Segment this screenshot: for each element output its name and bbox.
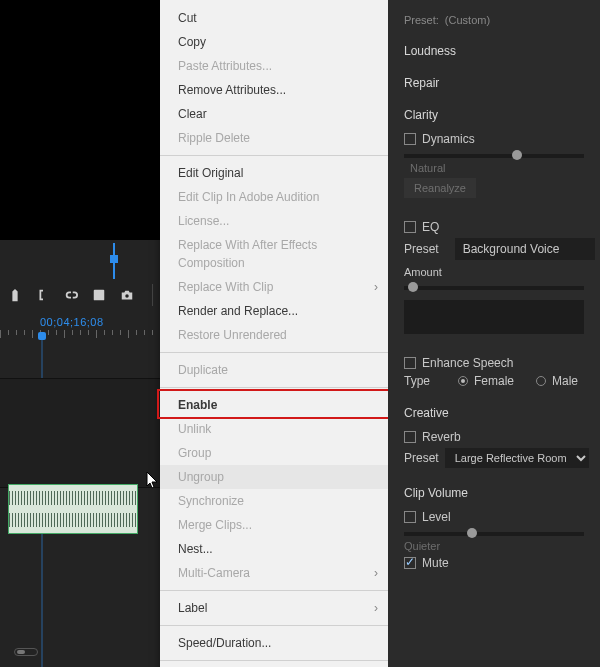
repair-section[interactable]: Repair	[404, 76, 584, 90]
type-label: Type	[404, 374, 430, 388]
quieter-label: Quieter	[404, 540, 584, 552]
level-slider[interactable]	[404, 532, 584, 536]
menu-item-group: Group	[160, 441, 388, 465]
dynamics-slider[interactable]	[404, 154, 584, 158]
menu-item-unlink: Unlink	[160, 417, 388, 441]
mute-checkbox[interactable]	[404, 557, 416, 569]
bracket-in-icon[interactable]	[36, 288, 50, 302]
preset-label: Preset	[404, 451, 439, 465]
video-track-area[interactable]	[0, 378, 160, 488]
clip-context-menu: CutCopyPaste Attributes...Remove Attribu…	[160, 0, 388, 667]
menu-item-ripple-delete: Ripple Delete	[160, 126, 388, 150]
menu-item-edit-original[interactable]: Edit Original	[160, 161, 388, 185]
eq-preset-row: Preset Background Voice	[404, 238, 584, 260]
mute-label: Mute	[422, 556, 449, 570]
preset-label: Preset:	[404, 14, 439, 26]
waveform-icon	[9, 491, 137, 505]
reverb-preset-row: Preset Large Reflective Room	[404, 448, 584, 468]
playhead-marker-top[interactable]	[113, 243, 115, 279]
audio-clip[interactable]	[8, 484, 138, 534]
menu-item-merge-clips: Merge Clips...	[160, 513, 388, 537]
mute-row: Mute	[404, 556, 584, 570]
enhance-speech-row: Enhance Speech	[404, 356, 584, 370]
menu-item-copy[interactable]: Copy	[160, 30, 388, 54]
reverb-checkbox[interactable]	[404, 431, 416, 443]
playhead[interactable]	[38, 332, 46, 340]
menu-item-duplicate: Duplicate	[160, 358, 388, 382]
eq-row: EQ	[404, 220, 584, 234]
menu-item-replace-with-clip: Replace With Clip	[160, 275, 388, 299]
menu-item-paste-attributes: Paste Attributes...	[160, 54, 388, 78]
amount-label: Amount	[404, 266, 584, 278]
menu-separator	[160, 660, 388, 661]
eq-label: EQ	[422, 220, 439, 234]
menu-item-edit-clip-in-adobe-audition: Edit Clip In Adobe Audition	[160, 185, 388, 209]
program-monitor	[0, 0, 160, 240]
female-label: Female	[474, 374, 514, 388]
dynamics-checkbox[interactable]	[404, 133, 416, 145]
clip-volume-section[interactable]: Clip Volume	[404, 486, 584, 500]
toolbar-divider	[152, 284, 153, 306]
svg-point-1	[125, 294, 129, 298]
loudness-section[interactable]: Loudness	[404, 44, 584, 58]
menu-item-replace-with-after-effects-composition: Replace With After Effects Composition	[160, 233, 388, 275]
enhance-speech-label: Enhance Speech	[422, 356, 513, 370]
speech-type-row: Type Female Male	[404, 374, 584, 388]
menu-item-remove-attributes[interactable]: Remove Attributes...	[160, 78, 388, 102]
male-label: Male	[552, 374, 578, 388]
menu-item-ungroup: Ungroup	[160, 465, 388, 489]
settings-icon[interactable]	[92, 288, 106, 302]
menu-item-nest[interactable]: Nest...	[160, 537, 388, 561]
menu-item-license: License...	[160, 209, 388, 233]
eq-preset-value[interactable]: Background Voice	[455, 238, 595, 260]
menu-separator	[160, 625, 388, 626]
eq-graph[interactable]	[404, 300, 584, 334]
dynamics-row: Dynamics	[404, 132, 584, 146]
preset-value[interactable]: (Custom)	[445, 14, 490, 26]
menu-item-render-and-replace[interactable]: Render and Replace...	[160, 299, 388, 323]
camera-icon[interactable]	[120, 288, 134, 302]
menu-item-speed-duration[interactable]: Speed/Duration...	[160, 631, 388, 655]
enhance-speech-checkbox[interactable]	[404, 357, 416, 369]
menu-item-multi-camera: Multi-Camera	[160, 561, 388, 585]
preset-row: Preset: (Custom)	[404, 14, 584, 26]
link-icon[interactable]	[64, 288, 78, 302]
menu-item-restore-unrendered: Restore Unrendered	[160, 323, 388, 347]
creative-section[interactable]: Creative	[404, 406, 584, 420]
menu-item-label[interactable]: Label	[160, 596, 388, 620]
preset-label: Preset	[404, 242, 439, 256]
level-label: Level	[422, 510, 451, 524]
female-radio[interactable]	[458, 376, 468, 386]
timecode-display[interactable]: 00;04;16;08	[40, 316, 104, 328]
timeline-toolbar	[8, 284, 157, 306]
reverb-label: Reverb	[422, 430, 461, 444]
menu-separator	[160, 352, 388, 353]
waveform-icon	[9, 513, 137, 527]
male-radio[interactable]	[536, 376, 546, 386]
dynamics-natural-label: Natural	[410, 162, 584, 174]
menu-item-clear[interactable]: Clear	[160, 102, 388, 126]
reanalyze-button[interactable]: Reanalyze	[404, 178, 476, 198]
add-marker-icon[interactable]	[8, 288, 22, 302]
reverb-preset-select[interactable]: Large Reflective Room	[445, 448, 589, 468]
eq-amount-slider[interactable]	[404, 286, 584, 290]
eq-checkbox[interactable]	[404, 221, 416, 233]
level-row: Level	[404, 510, 584, 524]
timeline-ruler[interactable]	[0, 330, 160, 342]
menu-separator	[160, 590, 388, 591]
reverb-row: Reverb	[404, 430, 584, 444]
menu-item-synchronize: Synchronize	[160, 489, 388, 513]
svg-rect-0	[94, 290, 105, 301]
menu-separator	[160, 387, 388, 388]
menu-item-cut[interactable]: Cut	[160, 6, 388, 30]
menu-separator	[160, 155, 388, 156]
clarity-section[interactable]: Clarity	[404, 108, 584, 122]
horizontal-scrollbar[interactable]	[14, 648, 38, 656]
menu-item-enable[interactable]: Enable	[160, 393, 388, 417]
level-checkbox[interactable]	[404, 511, 416, 523]
essential-sound-panel: Preset: (Custom) Loudness Repair Clarity…	[388, 0, 600, 667]
dynamics-label: Dynamics	[422, 132, 475, 146]
